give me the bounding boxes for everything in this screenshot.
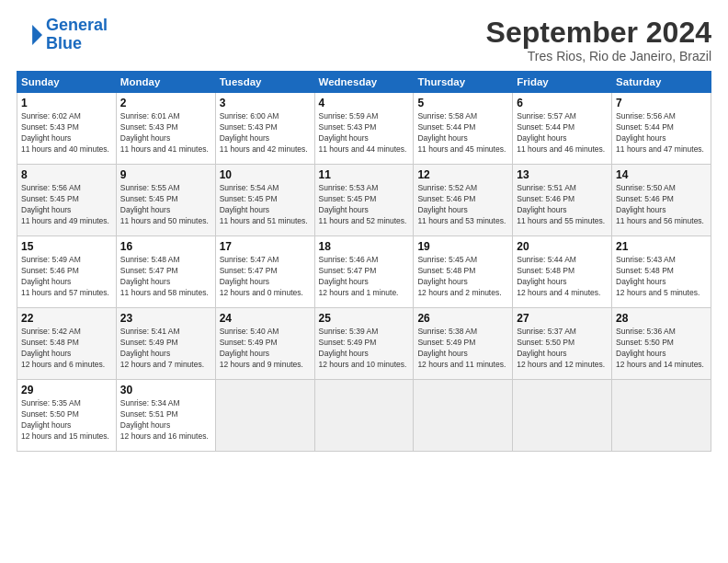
- day-detail: Sunrise: 5:42 AMSunset: 5:48 PMDaylight …: [21, 327, 105, 369]
- header: General Blue September 2024 Tres Rios, R…: [17, 17, 711, 63]
- day-detail: Sunrise: 6:01 AMSunset: 5:43 PMDaylight …: [120, 111, 209, 154]
- day-detail: Sunrise: 5:53 AMSunset: 5:45 PMDaylight …: [319, 183, 407, 225]
- day-number: 1: [21, 97, 112, 109]
- day-number: 17: [220, 240, 311, 253]
- day-cell: 4Sunrise: 5:59 AMSunset: 5:43 PMDaylight…: [314, 93, 414, 165]
- col-header-tuesday: Tuesday: [215, 72, 314, 93]
- col-header-monday: Monday: [116, 72, 215, 93]
- location: Tres Rios, Rio de Janeiro, Brazil: [486, 49, 711, 63]
- day-number: 29: [21, 384, 112, 396]
- svg-marker-1: [37, 25, 42, 30]
- day-detail: Sunrise: 5:50 AMSunset: 5:46 PMDaylight …: [616, 183, 704, 225]
- day-cell: 26Sunrise: 5:38 AMSunset: 5:49 PMDayligh…: [414, 308, 513, 380]
- day-number: 26: [417, 312, 508, 325]
- logo-line2: Blue: [46, 34, 82, 52]
- day-cell: 19Sunrise: 5:45 AMSunset: 5:48 PMDayligh…: [414, 236, 513, 308]
- day-number: 5: [417, 97, 508, 109]
- day-detail: Sunrise: 5:46 AMSunset: 5:47 PMDaylight …: [319, 255, 399, 297]
- day-number: 19: [417, 240, 508, 253]
- day-detail: Sunrise: 5:55 AMSunset: 5:45 PMDaylight …: [120, 183, 209, 225]
- day-number: 9: [120, 168, 211, 181]
- day-cell: [414, 380, 513, 452]
- day-detail: Sunrise: 5:49 AMSunset: 5:46 PMDaylight …: [21, 255, 109, 297]
- day-number: 20: [517, 240, 608, 253]
- day-number: 30: [120, 384, 211, 396]
- day-number: 6: [517, 97, 608, 109]
- day-cell: 18Sunrise: 5:46 AMSunset: 5:47 PMDayligh…: [314, 236, 414, 308]
- day-detail: Sunrise: 5:59 AMSunset: 5:43 PMDaylight …: [319, 111, 407, 154]
- day-number: 21: [616, 240, 707, 253]
- day-number: 16: [120, 240, 211, 253]
- day-number: 28: [616, 312, 707, 325]
- day-number: 11: [319, 168, 410, 181]
- day-cell: 11Sunrise: 5:53 AMSunset: 5:45 PMDayligh…: [314, 165, 414, 236]
- day-number: 25: [319, 312, 410, 325]
- week-row-4: 22Sunrise: 5:42 AMSunset: 5:48 PMDayligh…: [17, 308, 711, 380]
- day-cell: 9Sunrise: 5:55 AMSunset: 5:45 PMDaylight…: [116, 165, 215, 236]
- day-cell: 2Sunrise: 6:01 AMSunset: 5:43 PMDaylight…: [116, 93, 215, 165]
- day-number: 4: [319, 97, 410, 109]
- day-cell: 1Sunrise: 6:02 AMSunset: 5:43 PMDaylight…: [17, 93, 117, 165]
- day-detail: Sunrise: 5:35 AMSunset: 5:50 PMDaylight …: [21, 398, 109, 441]
- day-cell: 29Sunrise: 5:35 AMSunset: 5:50 PMDayligh…: [17, 380, 117, 452]
- day-number: 12: [417, 168, 508, 181]
- day-number: 13: [517, 168, 608, 181]
- week-row-1: 1Sunrise: 6:02 AMSunset: 5:43 PMDaylight…: [17, 93, 711, 165]
- day-cell: 3Sunrise: 6:00 AMSunset: 5:43 PMDaylight…: [215, 93, 314, 165]
- month-title: September 2024: [486, 17, 711, 49]
- page: General Blue September 2024 Tres Rios, R…: [0, 0, 728, 563]
- day-number: 7: [616, 97, 707, 109]
- col-header-thursday: Thursday: [414, 72, 513, 93]
- day-detail: Sunrise: 5:36 AMSunset: 5:50 PMDaylight …: [616, 327, 704, 369]
- header-row: SundayMondayTuesdayWednesdayThursdayFrid…: [17, 72, 711, 93]
- day-cell: 16Sunrise: 5:48 AMSunset: 5:47 PMDayligh…: [116, 236, 215, 308]
- logo-line1: General: [46, 16, 108, 34]
- day-cell: 5Sunrise: 5:58 AMSunset: 5:44 PMDaylight…: [414, 93, 513, 165]
- day-detail: Sunrise: 5:58 AMSunset: 5:44 PMDaylight …: [417, 111, 506, 154]
- col-header-saturday: Saturday: [612, 72, 711, 93]
- title-area: September 2024 Tres Rios, Rio de Janeiro…: [486, 17, 711, 63]
- day-detail: Sunrise: 5:52 AMSunset: 5:46 PMDaylight …: [417, 183, 506, 225]
- day-number: 18: [319, 240, 410, 253]
- day-number: 23: [120, 312, 211, 325]
- day-number: 3: [220, 97, 311, 109]
- day-cell: 17Sunrise: 5:47 AMSunset: 5:47 PMDayligh…: [215, 236, 314, 308]
- day-cell: 24Sunrise: 5:40 AMSunset: 5:49 PMDayligh…: [215, 308, 314, 380]
- col-header-wednesday: Wednesday: [314, 72, 414, 93]
- week-row-5: 29Sunrise: 5:35 AMSunset: 5:50 PMDayligh…: [17, 380, 711, 452]
- day-cell: 21Sunrise: 5:43 AMSunset: 5:48 PMDayligh…: [612, 236, 711, 308]
- day-cell: 27Sunrise: 5:37 AMSunset: 5:50 PMDayligh…: [513, 308, 612, 380]
- day-detail: Sunrise: 5:47 AMSunset: 5:47 PMDaylight …: [220, 255, 303, 297]
- day-cell: 22Sunrise: 5:42 AMSunset: 5:48 PMDayligh…: [17, 308, 117, 380]
- logo-icon: [17, 22, 42, 48]
- day-cell: 7Sunrise: 5:56 AMSunset: 5:44 PMDaylight…: [612, 93, 711, 165]
- day-number: 24: [220, 312, 311, 325]
- day-cell: 20Sunrise: 5:44 AMSunset: 5:48 PMDayligh…: [513, 236, 612, 308]
- day-detail: Sunrise: 6:02 AMSunset: 5:43 PMDaylight …: [21, 111, 109, 154]
- day-cell: 13Sunrise: 5:51 AMSunset: 5:46 PMDayligh…: [513, 165, 612, 236]
- day-detail: Sunrise: 5:48 AMSunset: 5:47 PMDaylight …: [120, 255, 209, 297]
- day-detail: Sunrise: 5:56 AMSunset: 5:45 PMDaylight …: [21, 183, 109, 225]
- day-detail: Sunrise: 6:00 AMSunset: 5:43 PMDaylight …: [220, 111, 308, 154]
- day-number: 10: [220, 168, 311, 181]
- col-header-sunday: Sunday: [17, 72, 117, 93]
- day-cell: 15Sunrise: 5:49 AMSunset: 5:46 PMDayligh…: [17, 236, 117, 308]
- day-cell: 23Sunrise: 5:41 AMSunset: 5:49 PMDayligh…: [116, 308, 215, 380]
- week-row-3: 15Sunrise: 5:49 AMSunset: 5:46 PMDayligh…: [17, 236, 711, 308]
- day-cell: [215, 380, 314, 452]
- day-cell: 10Sunrise: 5:54 AMSunset: 5:45 PMDayligh…: [215, 165, 314, 236]
- day-detail: Sunrise: 5:56 AMSunset: 5:44 PMDaylight …: [616, 111, 704, 154]
- day-detail: Sunrise: 5:54 AMSunset: 5:45 PMDaylight …: [220, 183, 308, 225]
- day-number: 27: [517, 312, 608, 325]
- day-number: 14: [616, 168, 707, 181]
- svg-marker-0: [32, 25, 42, 45]
- day-detail: Sunrise: 5:44 AMSunset: 5:48 PMDaylight …: [517, 255, 600, 297]
- day-cell: 12Sunrise: 5:52 AMSunset: 5:46 PMDayligh…: [414, 165, 513, 236]
- day-detail: Sunrise: 5:45 AMSunset: 5:48 PMDaylight …: [417, 255, 501, 297]
- day-cell: [612, 380, 711, 452]
- day-detail: Sunrise: 5:38 AMSunset: 5:49 PMDaylight …: [417, 327, 506, 369]
- calendar-table: SundayMondayTuesdayWednesdayThursdayFrid…: [17, 71, 711, 452]
- week-row-2: 8Sunrise: 5:56 AMSunset: 5:45 PMDaylight…: [17, 165, 711, 236]
- day-number: 15: [21, 240, 112, 253]
- day-cell: 30Sunrise: 5:34 AMSunset: 5:51 PMDayligh…: [116, 380, 215, 452]
